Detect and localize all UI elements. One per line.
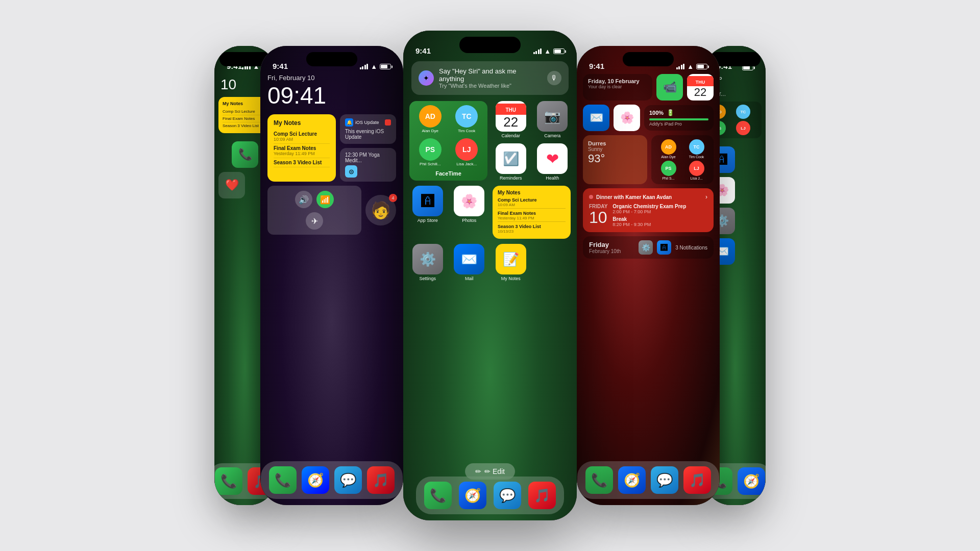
right-date: Friday, 10 February <box>588 78 647 84</box>
weather-location: Durres <box>588 140 642 146</box>
right-calendar-icon: THU 22 <box>687 74 714 101</box>
weather-cond: Sunny <box>588 146 642 152</box>
camera-app[interactable]: 📷 Camera <box>534 101 571 138</box>
mail-app[interactable]: ✉️ Mail <box>451 244 488 281</box>
dock-phone-right[interactable]: 📞 <box>585 466 613 494</box>
rft-3: PS Phil S... <box>655 161 681 180</box>
cev-day-num: 10 <box>589 209 607 226</box>
ft-contact-3: PS Phil Schill... <box>413 138 447 168</box>
health-label: Health <box>546 176 559 181</box>
wifi-center: ▲ <box>544 47 551 55</box>
right-phone-content: Friday, 10 February Your day is clear 📹 … <box>577 46 720 259</box>
device-name: Addy's iPad Pro <box>649 121 708 127</box>
ft-name-2: Tim Cook <box>458 129 475 133</box>
time-center: 9:41 <box>415 46 431 55</box>
notes-widget-title-center: My Notes <box>498 190 566 195</box>
notif-app-icon-1: 🔔 <box>345 118 353 127</box>
ft-contact-1: AD Alan Dye <box>413 105 447 135</box>
siri-mic-btn[interactable]: 🎙 <box>547 71 561 85</box>
re-av-2: TC <box>736 105 750 119</box>
airplane-btn[interactable]: ✈ <box>306 212 323 230</box>
cev-event-title-1: Organic Chemistry Exam Prep <box>612 204 707 209</box>
mynotes-app[interactable]: 📝 My Notes <box>493 244 529 281</box>
re-av-4: LJ <box>736 121 750 135</box>
settings-app[interactable]: ⚙️ Settings <box>409 244 446 281</box>
right-mail-icon[interactable]: ✉️ <box>583 105 609 131</box>
battery-left <box>380 64 391 69</box>
right-facetime-app[interactable]: 📹 <box>656 74 683 101</box>
right-calendar-app[interactable]: THU 22 <box>687 74 714 101</box>
weather-temp: 93° <box>588 152 642 165</box>
signal-btn[interactable]: 📶 <box>316 191 334 208</box>
dock-phone-center[interactable]: 📞 <box>424 482 452 509</box>
cev-body: FRIDAY 10 Organic Chemistry Exam Prep 2:… <box>589 204 707 227</box>
mynotes-icon: 📝 <box>496 244 526 274</box>
note-left-3: Season 3 Video List <box>274 158 330 167</box>
camera-icon: 📷 <box>537 101 568 132</box>
right-facetime-icon: 📹 <box>656 74 683 101</box>
battery-bar <box>649 118 708 120</box>
note-left-1: Comp Sci Lecture 10:09 AM <box>274 130 330 144</box>
ft-avatar-4: LJ <box>455 138 478 161</box>
dock-music-right[interactable]: 🎵 <box>683 466 711 494</box>
calendar-event-widget: Dinner with Kamer Kaan Avdan › FRIDAY 10… <box>583 188 714 232</box>
dock-safari-left[interactable]: 🧭 <box>302 466 329 494</box>
wifi-left: ▲ <box>371 63 377 70</box>
cev-event-time-1: 2:00 PM - 7:00 PM <box>612 209 707 214</box>
sig2 <box>244 66 246 69</box>
cev-dot <box>589 195 593 199</box>
dock-safari-center[interactable]: 🧭 <box>459 482 486 509</box>
right-ft-contacts: AD Alan Dye TC Tim Cook PS Phil S... L <box>651 135 714 184</box>
siri-bar[interactable]: ✦ Say "Hey Siri" and ask me anything Try… <box>411 61 569 95</box>
appstore-app[interactable]: 🅰 App Store <box>409 186 446 239</box>
reminders-app[interactable]: ☑️ Reminders <box>493 143 529 181</box>
siri-main-text: Say "Hey Siri" and ask me anything <box>439 67 542 83</box>
left-notif-col: 🔔 iOS Update This evening iOS Update 12:… <box>340 114 396 182</box>
siri-sub-text: Try "What's the Weather like" <box>439 83 542 89</box>
calendar-label: Calendar <box>501 133 520 138</box>
right-photos-icon[interactable]: 🌸 <box>614 105 640 131</box>
health-app[interactable]: ❤ Health <box>534 143 571 181</box>
notif-count: 3 Notifications <box>675 245 707 251</box>
dock-safari-re[interactable]: 🧭 <box>738 467 765 495</box>
status-icons-left: ▲ <box>360 63 391 70</box>
appstore-icon: 🅰 <box>412 186 443 216</box>
right-cal-num: 22 <box>694 86 706 98</box>
ft-avatar-2: TC <box>455 105 478 128</box>
calendar-app[interactable]: THU 22 Calendar <box>493 101 529 138</box>
mail-icon: ✉️ <box>454 244 484 274</box>
left-widgets-row1: My Notes Comp Sci Lecture 10:09 AM Final… <box>267 114 396 182</box>
dock-messages-left[interactable]: 💬 <box>334 466 362 494</box>
notes-widget-center[interactable]: My Notes Comp Sci Lecture 10:09 AM Final… <box>493 186 571 239</box>
time-left: 9:41 <box>273 62 288 70</box>
settings-icon: ⚙️ <box>412 244 443 274</box>
cev-header: Dinner with Kamer Kaan Avdan › <box>589 193 707 201</box>
mail-label: Mail <box>465 276 474 281</box>
dock-messages-right[interactable]: 💬 <box>651 466 678 494</box>
settings-label: Settings <box>419 276 436 281</box>
dock-music-left[interactable]: 🎵 <box>367 466 395 494</box>
rft-2: TC Tim Cook <box>683 139 709 159</box>
dock-phone-leftedge[interactable]: 📞 <box>215 467 242 495</box>
ft-avatar-3: PS <box>419 138 442 161</box>
dock-phone-left[interactable]: 📞 <box>269 466 297 494</box>
center-content: AD Alan Dye TC Tim Cook PS Phil Schill..… <box>403 101 577 281</box>
dock-messages-center[interactable]: 💬 <box>494 482 521 509</box>
health-icon-leftedge: ❤️ <box>218 172 245 198</box>
dock-music-center[interactable]: 🎵 <box>528 482 556 509</box>
note-center-3: Season 3 Video List 10/13/23 <box>498 223 566 235</box>
phone-right: 9:41 ▲ Friday, 10 F <box>577 46 720 505</box>
notes-widget-title-left: My Notes <box>274 119 330 127</box>
app-row-1: AD Alan Dye TC Tim Cook PS Phil Schill..… <box>409 101 571 181</box>
notif-date-sub: February 10th <box>589 248 621 254</box>
notif-date-main: Friday <box>589 241 621 248</box>
battery-pct: 100% <box>649 110 664 116</box>
status-icons-center: ▲ <box>533 47 565 55</box>
calendar-icon: THU 22 <box>496 101 526 132</box>
facetime-widget[interactable]: AD Alan Dye TC Tim Cook PS Phil Schill..… <box>409 101 487 181</box>
volume-btn[interactable]: 🔊 <box>295 191 312 208</box>
notif-left-2: 12:30 PM Yoga Medit... ⊜ <box>340 148 396 182</box>
app-row-3: ⚙️ Settings ✉️ Mail 📝 My Notes <box>409 244 571 281</box>
dock-safari-right[interactable]: 🧭 <box>618 466 646 494</box>
photos-app[interactable]: 🌸 Photos <box>451 186 488 239</box>
